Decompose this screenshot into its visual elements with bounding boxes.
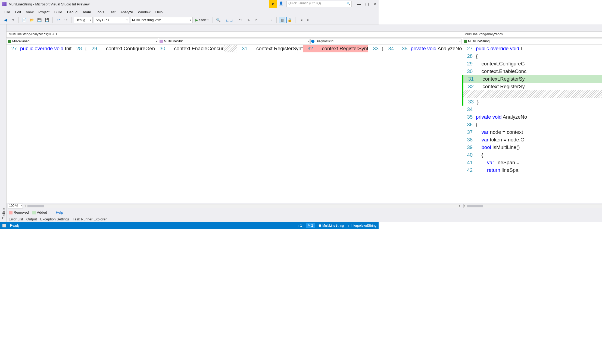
status-icon: ⬜ xyxy=(2,224,6,227)
find-button[interactable]: 🔍 xyxy=(215,17,222,23)
open-file-button[interactable]: 📂 xyxy=(29,17,35,23)
step-into-button[interactable]: ↴ xyxy=(245,17,251,23)
code-line[interactable]: 28{ xyxy=(71,45,87,52)
left-nav-member[interactable]: DiagnosticId xyxy=(310,39,461,44)
step-over-button[interactable]: ↷ xyxy=(237,17,244,23)
zoom-dropdown[interactable]: 100 % xyxy=(8,204,23,208)
menu-help[interactable]: Help xyxy=(153,9,165,15)
code-line[interactable]: 31 context.RegisterSynt xyxy=(237,45,303,52)
code-line[interactable]: 37 var node = context xyxy=(462,128,602,136)
added-swatch-icon xyxy=(32,211,36,214)
code-line[interactable]: 35private void AnalyzeNo xyxy=(462,113,602,121)
code-line[interactable]: 27public override void I xyxy=(462,45,602,52)
prev-button[interactable]: ← xyxy=(260,17,267,23)
config-dropdown[interactable]: Debug xyxy=(74,17,93,23)
code-line[interactable]: 30 context.EnableConc xyxy=(462,68,602,75)
menu-window[interactable]: Window xyxy=(136,9,152,15)
right-pane-title: MultiLineStringAnalyzer.cs xyxy=(462,32,602,38)
startup-dropdown[interactable]: MultiLineString.Vsix xyxy=(130,17,193,23)
code-line[interactable]: 38 var token = node.G xyxy=(462,136,602,144)
code-line[interactable]: 39 bool IsMultiLine() xyxy=(462,144,602,151)
left-nav-project[interactable]: Miscellaneou xyxy=(7,39,158,44)
nav-back-button[interactable]: ◀ xyxy=(2,17,9,23)
pencil-icon: ✎ xyxy=(307,224,310,227)
right-nav-project[interactable]: MultiLineString xyxy=(463,39,602,44)
status-ready: Ready xyxy=(10,224,20,227)
code-line[interactable]: 36{ xyxy=(462,121,602,128)
tool-tab-task-runner-explorer[interactable]: Task Runner Explorer xyxy=(73,217,107,221)
menu-debug[interactable]: Debug xyxy=(65,9,80,15)
status-changes[interactable]: ✎2 xyxy=(306,223,315,228)
menu-analyze[interactable]: Analyze xyxy=(118,9,135,15)
menu-project[interactable]: Project xyxy=(36,9,51,15)
left-nav-class[interactable]: MultiLineStrir xyxy=(159,39,310,44)
code-line[interactable]: 34 xyxy=(383,45,397,52)
document-tab-bar: Diff - MultiLineStri...ineStringAnalyzer… xyxy=(7,24,602,31)
code-line[interactable]: 42 return lineSpa xyxy=(462,166,602,174)
code-line[interactable]: 35private void AnalyzeNode xyxy=(397,45,462,52)
menu-tools[interactable]: Tools xyxy=(94,9,106,15)
undo-button[interactable]: ↶ xyxy=(55,17,61,23)
notification-flag-icon[interactable]: ▼ xyxy=(269,0,277,8)
redo-button[interactable]: ↷ xyxy=(63,17,69,23)
code-line[interactable]: 27public override void Init xyxy=(7,45,71,52)
window-title: MultiLineString - Microsoft Visual Studi… xyxy=(9,2,89,6)
help-link[interactable]: Help xyxy=(56,210,63,214)
side-tab-toolbox[interactable]: Toolbox xyxy=(2,27,6,220)
code-line[interactable] xyxy=(462,90,602,98)
code-line[interactable]: 34 xyxy=(462,106,602,113)
tool-tab-output[interactable]: Output xyxy=(26,217,37,221)
menu-test[interactable]: Test xyxy=(107,9,118,15)
code-line[interactable]: 28{ xyxy=(462,52,602,60)
tool-tab-exception-settings[interactable]: Exception Settings xyxy=(40,217,70,221)
save-button[interactable]: 💾 xyxy=(36,17,43,23)
indent-button[interactable]: ⇥ xyxy=(298,17,304,23)
quick-launch-input[interactable]: Quick Launch (Ctrl+Q) xyxy=(286,1,352,7)
code-line[interactable]: 29 context.ConfigureG xyxy=(462,60,602,68)
start-debug-button[interactable]: ▶ Start ▾ xyxy=(194,17,210,23)
code-line[interactable] xyxy=(224,45,237,52)
platform-dropdown[interactable]: Any CPU xyxy=(94,17,129,23)
code-line[interactable]: 29 context.ConfigureGen xyxy=(87,45,155,52)
menu-file[interactable]: File xyxy=(2,9,12,15)
left-code-editor[interactable]: 27public override void Init28{29 context… xyxy=(7,45,462,203)
menu-team[interactable]: Team xyxy=(80,9,93,15)
step-button[interactable]: ⬚⬚ xyxy=(226,17,233,23)
main-toolbar: ◀ ▾ 📄 📂 💾 💾 ↶ ↷ Debug Any CPU MultiLineS… xyxy=(0,16,379,24)
title-bar: MultiLineString - Microsoft Visual Studi… xyxy=(0,0,379,8)
code-line[interactable]: 33} xyxy=(462,98,602,106)
status-branch[interactable]: ⑂InterpolatedString xyxy=(348,224,376,227)
menu-build[interactable]: Build xyxy=(52,9,64,15)
menu-view[interactable]: View xyxy=(24,9,36,15)
feedback-icon[interactable]: 👤 xyxy=(279,1,284,7)
step-out-button[interactable]: ↵ xyxy=(252,17,259,23)
nav-fwd-button[interactable]: ▾ xyxy=(10,17,16,23)
code-line[interactable]: 41 var lineSpan = xyxy=(462,159,602,166)
left-tool-tabs: ToolboxTest Explorer xyxy=(0,24,7,222)
tool-tab-error-list[interactable]: Error List xyxy=(9,217,23,221)
code-line[interactable]: 32 context.RegisterSy xyxy=(462,83,602,90)
next-button[interactable]: → xyxy=(268,17,274,23)
lock-button[interactable]: 🔒 xyxy=(286,17,293,23)
status-unpushed[interactable]: ↑1 xyxy=(298,224,302,227)
vs-logo-icon xyxy=(2,2,7,6)
minimize-button[interactable]: — xyxy=(357,2,361,6)
close-button[interactable]: ✕ xyxy=(373,2,376,6)
save-all-button[interactable]: 💾 xyxy=(44,17,50,23)
compare-inline-button[interactable]: ▥ xyxy=(279,17,285,23)
new-project-button[interactable]: 📄 xyxy=(21,17,27,23)
code-line[interactable]: 32 context.RegisterSynt xyxy=(303,45,368,52)
code-line[interactable]: 33} xyxy=(368,45,383,52)
maximize-button[interactable]: ▢ xyxy=(365,2,369,6)
outdent-button[interactable]: ⇤ xyxy=(305,17,312,23)
diff-legend: Removed Added Help xyxy=(7,209,602,216)
code-line[interactable]: 31 context.RegisterSy xyxy=(462,75,602,83)
code-line[interactable]: 30 context.EnableConcur xyxy=(155,45,224,52)
menu-edit[interactable]: Edit xyxy=(13,9,23,15)
status-project[interactable]: ⬢MultiLineString xyxy=(319,224,344,227)
bottom-tool-tabs: Error ListOutputException SettingsTask R… xyxy=(7,216,602,222)
right-code-editor[interactable]: 27public override void I28{29 context.Co… xyxy=(462,45,602,203)
code-line[interactable]: 40 { xyxy=(462,151,602,159)
left-h-scrollbar[interactable] xyxy=(24,204,461,208)
right-h-scrollbar[interactable] xyxy=(463,204,602,208)
